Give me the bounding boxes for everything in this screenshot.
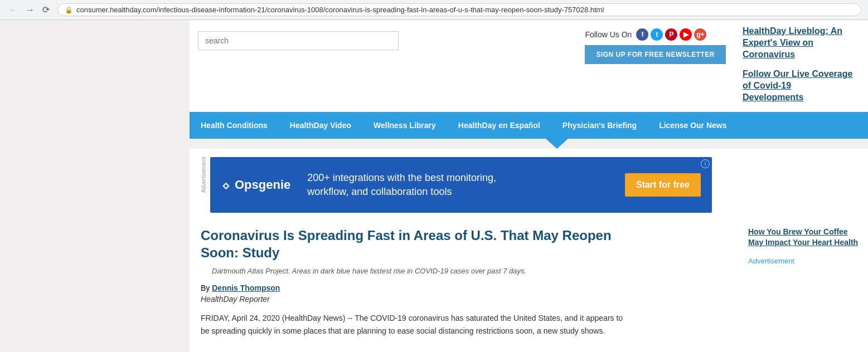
ad-container: Advertisement i ⬦ Opsgenie 200+ integrat… — [190, 149, 868, 221]
address-bar[interactable]: 🔒 consumer.healthday.com/infectious-dise… — [57, 3, 861, 16]
article-with-sidebar: Coronavirus Is Spreading Fast in Areas o… — [190, 221, 868, 348]
pinterest-icon[interactable]: P — [665, 28, 677, 41]
forward-button[interactable]: → — [23, 4, 37, 16]
nav-item-health-conditions[interactable]: Health Conditions — [190, 112, 279, 139]
nav-item-physicians-briefing[interactable]: Physician's Briefing — [551, 112, 648, 139]
ad-cta-button[interactable]: Start for free — [625, 173, 701, 197]
byline-prefix: By — [201, 283, 210, 292]
twitter-icon[interactable]: t — [651, 28, 663, 41]
url-text: consumer.healthday.com/infectious-diseas… — [76, 6, 604, 14]
ad-logo-icon: ⬦ — [221, 176, 230, 193]
reload-button[interactable]: ⟳ — [40, 3, 52, 16]
header-right: Follow Us On f t P ▶ g+ SIGN UP FOR FREE… — [585, 26, 726, 64]
nav-item-license-news[interactable]: License Our News — [648, 112, 738, 139]
googleplus-icon[interactable]: g+ — [694, 28, 706, 41]
nav-item-healthday-video[interactable]: HealthDay Video — [279, 112, 362, 139]
page-wrapper: Follow Us On f t P ▶ g+ SIGN UP FOR FREE… — [0, 20, 868, 352]
follow-us-label: Follow Us On — [585, 30, 632, 39]
live-coverage-link[interactable]: Follow Our Live Coverage of Covid-19 Dev… — [743, 69, 854, 103]
nav-pointer-area — [190, 139, 868, 149]
back-button[interactable]: ← — [7, 4, 20, 16]
main-content: Follow Us On f t P ▶ g+ SIGN UP FOR FREE… — [190, 20, 868, 352]
ad-label-vertical: Advertisement — [201, 157, 207, 193]
article-byline: By Dennis Thompson — [201, 283, 729, 292]
ad-text: 200+ integrations with the best monitori… — [307, 171, 625, 199]
facebook-icon[interactable]: f — [636, 28, 648, 41]
left-sidebar — [0, 20, 190, 352]
youtube-icon[interactable]: ▶ — [680, 28, 692, 41]
search-input[interactable] — [198, 31, 399, 50]
reporter-title: HealthDay Reporter — [201, 295, 729, 304]
header-area: Follow Us On f t P ▶ g+ SIGN UP FOR FREE… — [190, 20, 868, 112]
article-title: Coronavirus Is Spreading Fast in Areas o… — [201, 227, 624, 261]
related-article-link[interactable]: How You Brew Your Coffee May Impact Your… — [748, 227, 860, 248]
social-icons: f t P ▶ g+ — [636, 28, 706, 41]
article-body: FRIDAY, April 24, 2020 (HealthDay News) … — [201, 312, 624, 337]
article-area: Coronavirus Is Spreading Fast in Areas o… — [190, 221, 740, 348]
ad-logo: ⬦ Opsgenie — [221, 176, 290, 193]
top-right-links: HealthDay Liveblog: An Expert's View on … — [737, 26, 860, 112]
liveblog-link[interactable]: HealthDay Liveblog: An Expert's View on … — [743, 26, 854, 60]
author-link[interactable]: Dennis Thompson — [212, 283, 280, 292]
browser-chrome: ← → ⟳ 🔒 consumer.healthday.com/infectiou… — [0, 0, 868, 20]
nav-triangle — [546, 139, 568, 149]
follow-us-line: Follow Us On f t P ▶ g+ — [585, 28, 706, 41]
ad-logo-name: Opsgenie — [235, 178, 290, 192]
article-caption: Dartmouth Atlas Project. Areas in dark b… — [212, 267, 729, 275]
ad-info-icon[interactable]: i — [701, 159, 710, 168]
nav-item-espanol[interactable]: HealthDay en Español — [447, 112, 551, 139]
nav-buttons: ← → ⟳ — [7, 3, 52, 16]
lock-icon: 🔒 — [65, 6, 73, 14]
sidebar-ad-label: Advertisement — [748, 257, 860, 265]
search-area — [198, 26, 585, 50]
nav-item-wellness-library[interactable]: Wellness Library — [362, 112, 447, 139]
nav-bar: Health Conditions HealthDay Video Wellne… — [190, 112, 868, 139]
ad-banner[interactable]: i ⬦ Opsgenie 200+ integrations with the … — [210, 157, 712, 213]
right-sidebar: How You Brew Your Coffee May Impact Your… — [740, 221, 868, 348]
newsletter-button[interactable]: SIGN UP FOR FREE NEWSLETTER — [585, 45, 726, 64]
